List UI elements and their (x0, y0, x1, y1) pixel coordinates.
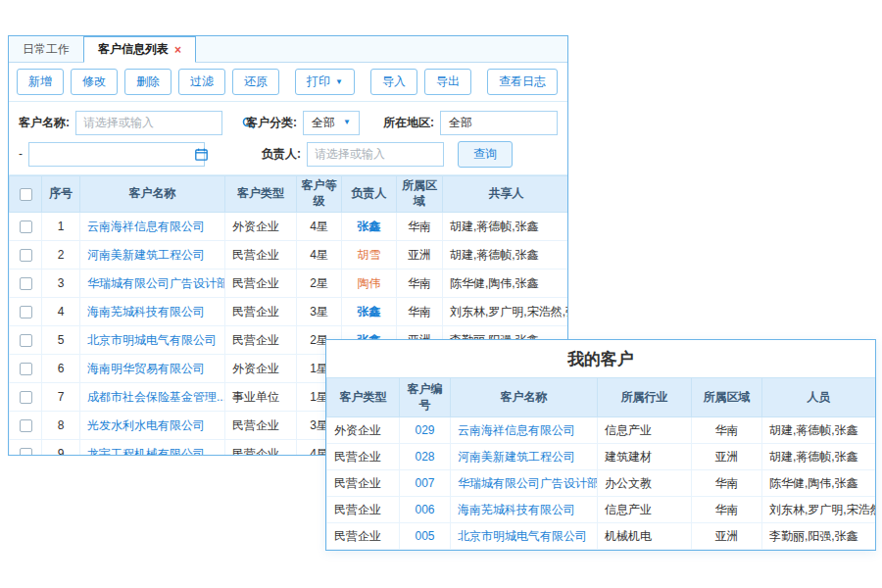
region: 华南 (692, 470, 762, 497)
customer-type: 民营企业 (225, 326, 297, 355)
toolbar: 新增 修改 删除 过滤 还原 打印 ▼ 导入 导出 查看日志 (9, 63, 567, 102)
table-row[interactable]: 民营企业 007 华瑞城有限公司广告设计部 办公文教 华南 陈华健,陶伟,张鑫 (327, 470, 876, 497)
customer-name-link[interactable]: 河南美新建筑工程公司 (458, 450, 575, 464)
customer-code-link[interactable]: 006 (415, 503, 434, 516)
people: 胡建,蒋德帧,张鑫 (762, 444, 876, 470)
table-row[interactable]: 4 海南芜城科技有限公司 民营企业 3星 张鑫 华南 刘东林,罗广明,宋浩然,张… (10, 298, 569, 326)
print-button[interactable]: 打印 ▼ (295, 69, 355, 95)
table-row[interactable]: 1 云南海祥信息有限公司 外资企业 4星 张鑫 华南 胡建,蒋德帧,张鑫 (10, 213, 569, 241)
customer-name-link[interactable]: 龙宇工程机械有限公司 (87, 447, 205, 457)
customer-code-link[interactable]: 028 (415, 450, 434, 464)
shared-people: 陈华健,陶伟,张鑫 (443, 270, 569, 298)
region: 华南 (692, 417, 762, 444)
export-button[interactable]: 导出 (424, 69, 471, 95)
row-checkbox[interactable] (20, 249, 32, 262)
my-customers-title: 我的客户 (326, 340, 875, 377)
filter-row-2: - 负责人: 查询 (9, 139, 567, 169)
date-input[interactable] (29, 147, 195, 161)
row-number: 8 (42, 412, 80, 440)
calendar-icon[interactable] (195, 143, 208, 166)
customer-type: 外资企业 (327, 417, 400, 444)
table-row[interactable]: 民营企业 028 河南美新建筑工程公司 建筑建材 亚洲 胡建,蒋德帧,张鑫 (327, 444, 876, 470)
tab-bar: 日常工作 客户信息列表 × (9, 36, 567, 63)
row-number: 9 (42, 440, 80, 457)
customer-type: 民营企业 (225, 412, 297, 440)
region: 亚洲 (692, 444, 762, 470)
row-number: 5 (42, 326, 80, 355)
customer-name-link[interactable]: 华瑞城有限公司广告设计部 (458, 476, 598, 490)
industry: 信息产业 (598, 417, 692, 444)
query-button[interactable]: 查询 (458, 141, 513, 168)
category-value: 全部 (312, 115, 335, 131)
owner-link[interactable]: 陶伟 (358, 276, 381, 290)
row-checkbox[interactable] (20, 391, 32, 404)
category-select[interactable]: 全部 ▼ (303, 111, 360, 135)
row-checkbox[interactable] (20, 363, 32, 375)
row-checkbox[interactable] (20, 220, 32, 233)
region-select[interactable]: 全部 (440, 111, 558, 135)
owner-link[interactable]: 胡雪 (358, 248, 381, 262)
customer-name-input-wrap (75, 111, 222, 135)
filter-row-1: 客户名称: 客户分类: 全部 ▼ 所在地区: 全部 (9, 108, 567, 137)
customer-name-link[interactable]: 成都市社会保险基金管理... (87, 390, 225, 404)
delete-button[interactable]: 删除 (124, 69, 172, 95)
shared-people: 刘东林,罗广明,宋浩然,张鑫 (443, 298, 569, 326)
tab-daily-work[interactable]: 日常工作 (9, 36, 83, 62)
tab-label: 客户信息列表 (98, 41, 169, 58)
region: 亚洲 (397, 241, 443, 270)
column-header-shared: 共享人 (443, 176, 569, 213)
edit-button[interactable]: 修改 (71, 69, 118, 95)
column-header-no: 序号 (42, 176, 80, 213)
tab-customer-list[interactable]: 客户信息列表 × (83, 36, 196, 63)
table-row[interactable]: 民营企业 005 北京市明城电气有限公司 机械机电 亚洲 李勤丽,阳强,张鑫 (327, 523, 876, 550)
date-input-wrap (28, 142, 205, 167)
customer-type: 外资企业 (225, 213, 297, 241)
customer-name-link[interactable]: 北京市明城电气有限公司 (87, 333, 217, 347)
customer-name-link[interactable]: 河南美新建筑工程公司 (87, 248, 205, 262)
customer-code-link[interactable]: 005 (415, 529, 434, 543)
industry: 机械机电 (598, 523, 692, 550)
chevron-down-icon: ▼ (335, 78, 343, 86)
import-button[interactable]: 导入 (370, 69, 417, 95)
customer-name-link[interactable]: 华瑞城有限公司广告设计部 (87, 276, 225, 290)
table-row[interactable]: 2 河南美新建筑工程公司 民营企业 4星 胡雪 亚洲 胡建,蒋德帧,张鑫 (10, 241, 569, 270)
customer-name-link[interactable]: 光发水利水电有限公司 (87, 418, 205, 432)
close-tab-icon[interactable]: × (174, 44, 181, 56)
row-checkbox[interactable] (20, 277, 32, 290)
table-header-row: 客户类型 客户编号 客户名称 所属行业 所属区域 人员 (327, 378, 876, 417)
customer-code-link[interactable]: 029 (415, 423, 434, 437)
customer-name-link[interactable]: 云南海祥信息有限公司 (458, 423, 575, 437)
table-row[interactable]: 外资企业 029 云南海祥信息有限公司 信息产业 华南 胡建,蒋德帧,张鑫 (327, 417, 876, 444)
customer-name-link[interactable]: 海南芜城科技有限公司 (458, 503, 575, 516)
select-all-checkbox[interactable] (20, 188, 32, 201)
owner-link[interactable]: 张鑫 (358, 305, 381, 318)
customer-name-link[interactable]: 云南海祥信息有限公司 (87, 220, 205, 233)
tab-label: 日常工作 (23, 41, 70, 58)
row-number: 4 (42, 298, 80, 326)
customer-name-link[interactable]: 海南明华贸易有限公司 (87, 362, 205, 375)
table-row[interactable]: 民营企业 006 海南芜城科技有限公司 信息产业 华南 刘东林,罗广明,宋浩然.… (327, 497, 876, 523)
category-label: 客户分类: (246, 115, 297, 131)
row-checkbox[interactable] (20, 448, 32, 456)
owner-input[interactable] (308, 147, 473, 161)
customer-level: 4星 (297, 213, 342, 241)
customer-type: 外资企业 (225, 355, 297, 383)
row-checkbox[interactable] (20, 419, 32, 432)
table-row[interactable]: 3 华瑞城有限公司广告设计部 民营企业 2星 陶伟 华南 陈华健,陶伟,张鑫 (10, 270, 569, 298)
region: 华南 (397, 298, 443, 326)
column-header-people: 人员 (762, 378, 876, 417)
column-header-owner: 负责人 (342, 176, 397, 213)
filter-button[interactable]: 过滤 (178, 69, 225, 95)
customer-name-link[interactable]: 海南芜城科技有限公司 (87, 305, 205, 318)
owner-link[interactable]: 张鑫 (358, 220, 381, 233)
customer-code-link[interactable]: 007 (415, 476, 434, 490)
row-checkbox[interactable] (20, 306, 32, 318)
row-checkbox[interactable] (20, 334, 32, 347)
add-button[interactable]: 新增 (17, 69, 64, 95)
restore-button[interactable]: 还原 (232, 69, 279, 95)
column-header-industry: 所属行业 (598, 378, 692, 417)
column-header-level: 客户等级 (297, 176, 342, 213)
customer-name-link[interactable]: 北京市明城电气有限公司 (458, 529, 587, 543)
view-log-button[interactable]: 查看日志 (487, 69, 558, 95)
customer-name-input[interactable] (76, 116, 242, 129)
